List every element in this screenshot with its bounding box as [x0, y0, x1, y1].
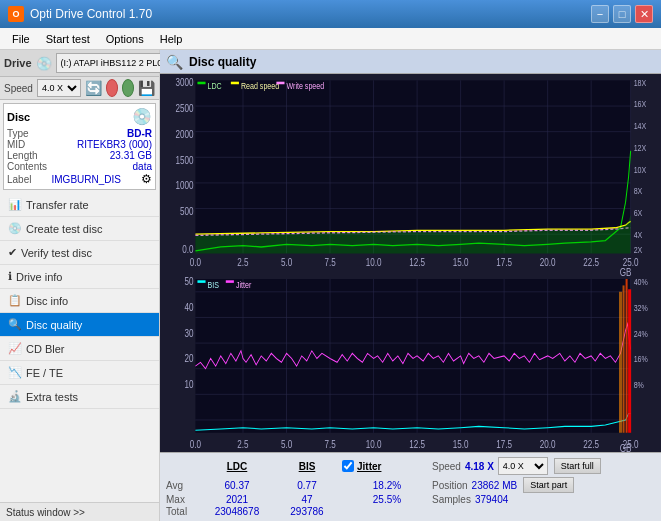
nav-verify-test-disc[interactable]: ✔ Verify test disc [0, 241, 159, 265]
speed-select-stats[interactable]: 4.0 X [498, 457, 548, 475]
menu-help[interactable]: Help [152, 31, 191, 47]
nav-cd-bler-label: CD Bler [26, 343, 65, 355]
svg-text:10: 10 [184, 379, 193, 390]
start-full-button[interactable]: Start full [554, 458, 601, 474]
disc-panel: Disc 💿 Type BD-R MID RITEKBR3 (000) Leng… [3, 103, 156, 190]
svg-text:32%: 32% [634, 303, 648, 313]
disc-contents-val: data [133, 161, 152, 172]
disc-type-row: Type BD-R [7, 128, 152, 139]
svg-text:5.0: 5.0 [281, 439, 292, 450]
charts-svg: 3000 2500 2000 1500 1000 500 0.0 18X 16X… [160, 74, 661, 452]
bis-avg: 0.77 [272, 480, 342, 491]
create-test-disc-icon: 💿 [8, 222, 22, 235]
window-controls: − □ ✕ [591, 5, 653, 23]
svg-text:20: 20 [184, 353, 193, 364]
jitter-max: 25.5% [342, 494, 432, 505]
nav-create-test-disc[interactable]: 💿 Create test disc [0, 217, 159, 241]
disc-mid-label: MID [7, 139, 25, 150]
avg-row: Avg 60.37 0.77 18.2% Position 23862 MB S… [166, 477, 655, 493]
bis-max: 47 [272, 494, 342, 505]
samples-row: Samples 379404 [432, 494, 508, 505]
right-panel: 🔍 Disc quality [160, 50, 661, 521]
stop-icon[interactable] [106, 79, 118, 97]
svg-text:2X: 2X [634, 246, 643, 256]
nav-create-test-disc-label: Create test disc [26, 223, 102, 235]
start-full-container: Start full [554, 458, 601, 474]
nav-verify-test-disc-label: Verify test disc [21, 247, 92, 259]
ldc-max: 2021 [202, 494, 272, 505]
nav-transfer-rate-label: Transfer rate [26, 199, 89, 211]
nav-transfer-rate[interactable]: 📊 Transfer rate [0, 193, 159, 217]
menu-start-test[interactable]: Start test [38, 31, 98, 47]
menu-file[interactable]: File [4, 31, 38, 47]
jitter-avg: 18.2% [342, 480, 432, 491]
nav-drive-info[interactable]: ℹ Drive info [0, 265, 159, 289]
svg-text:40%: 40% [634, 278, 648, 288]
svg-text:10X: 10X [634, 165, 647, 175]
samples-value: 379404 [475, 494, 508, 505]
drive-info-icon: ℹ [8, 270, 12, 283]
nav-cd-bler[interactable]: 📈 CD Bler [0, 337, 159, 361]
ldc-total: 23048678 [202, 506, 272, 517]
speed-label: Speed [4, 83, 33, 94]
menu-options[interactable]: Options [98, 31, 152, 47]
svg-text:50: 50 [184, 277, 193, 288]
disc-label-label: Label [7, 174, 31, 185]
status-window-button[interactable]: Status window >> [0, 502, 159, 521]
speed-select-drive[interactable]: 4.0 X [37, 79, 81, 97]
minimize-button[interactable]: − [591, 5, 609, 23]
svg-text:7.5: 7.5 [324, 439, 335, 450]
menu-bar: File Start test Options Help [0, 28, 661, 50]
svg-text:8%: 8% [634, 380, 644, 390]
disc-edit-icon[interactable]: ⚙ [141, 172, 152, 186]
svg-text:8X: 8X [634, 187, 643, 197]
svg-rect-48 [231, 82, 239, 85]
transfer-rate-icon: 📊 [8, 198, 22, 211]
nav-fe-te[interactable]: 📉 FE / TE [0, 361, 159, 385]
maximize-button[interactable]: □ [613, 5, 631, 23]
svg-text:Jitter: Jitter [236, 280, 252, 290]
stats-ldc-header: LDC [202, 460, 272, 472]
app-title: Opti Drive Control 1.70 [30, 7, 152, 21]
svg-text:15.0: 15.0 [453, 439, 469, 450]
sidebar: Drive 💿 (I:) ATAPI iHBS112 2 PL06 ⏏ Spee… [0, 50, 160, 521]
disc-title: Disc [7, 111, 30, 123]
svg-text:24%: 24% [634, 329, 648, 339]
play-icon[interactable] [122, 79, 134, 97]
svg-text:500: 500 [180, 206, 193, 217]
svg-text:3000: 3000 [175, 77, 193, 88]
total-label: Total [166, 506, 202, 517]
position-section: Position 23862 MB [432, 480, 517, 491]
nav-drive-info-label: Drive info [16, 271, 62, 283]
svg-text:18X: 18X [634, 78, 647, 88]
svg-text:1500: 1500 [175, 155, 193, 166]
svg-text:14X: 14X [634, 121, 647, 131]
disc-label-row: Label IMGBURN_DIS ⚙ [7, 172, 152, 186]
cd-bler-icon: 📈 [8, 342, 22, 355]
svg-text:4X: 4X [634, 230, 643, 240]
close-button[interactable]: ✕ [635, 5, 653, 23]
svg-text:10.0: 10.0 [366, 257, 382, 268]
nav-disc-info-label: Disc info [26, 295, 68, 307]
svg-text:22.5: 22.5 [583, 257, 599, 268]
disc-info-icon: 📋 [8, 294, 22, 307]
speed-section-stats: Speed 4.18 X 4.0 X [432, 457, 548, 475]
save-icon[interactable]: 💾 [138, 80, 155, 96]
drive-label: Drive [4, 57, 32, 69]
jitter-checkbox[interactable] [342, 460, 354, 472]
total-row: Total 23048678 293786 [166, 506, 655, 517]
start-part-button[interactable]: Start part [523, 477, 574, 493]
nav-disc-quality[interactable]: 🔍 Disc quality [0, 313, 159, 337]
refresh-icon[interactable]: 🔄 [85, 80, 102, 96]
stats-bis-header: BIS [272, 460, 342, 472]
stats-panel: LDC BIS Jitter Speed 4.18 X 4.0 X [160, 452, 661, 521]
position-label: Position [432, 480, 468, 491]
svg-text:20.0: 20.0 [540, 439, 556, 450]
bis-total: 293786 [272, 506, 342, 517]
disc-mid-row: MID RITEKBR3 (000) [7, 139, 152, 150]
nav-extra-tests[interactable]: 🔬 Extra tests [0, 385, 159, 409]
svg-text:Read speed: Read speed [241, 82, 279, 92]
svg-text:7.5: 7.5 [324, 257, 335, 268]
nav-disc-info[interactable]: 📋 Disc info [0, 289, 159, 313]
svg-text:1000: 1000 [175, 180, 193, 191]
